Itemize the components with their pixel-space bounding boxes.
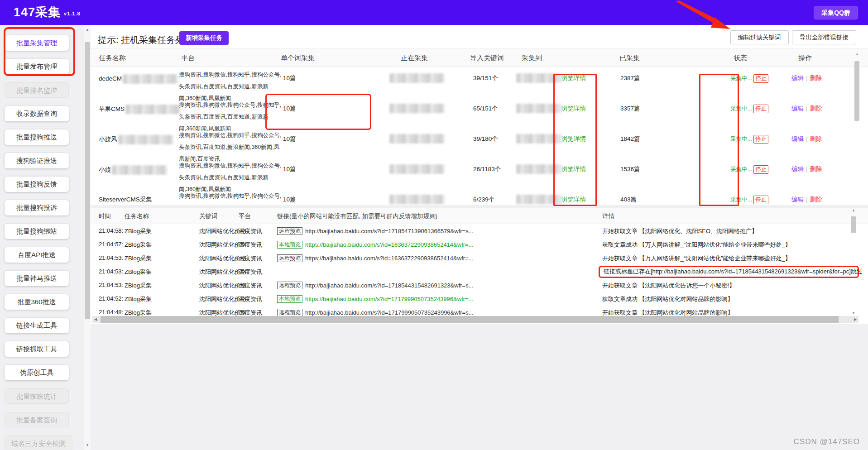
task-platforms: 搜狗资讯,搜狗微信,搜狗知乎,搜狗公众号,头条资讯,百度资讯,百度知道,新浪新闻… [179, 190, 285, 205]
log-url[interactable]: http://baijiahao.baidu.com/s?id=17185443… [305, 282, 474, 289]
task-name: 小旋风 [99, 135, 173, 144]
sidebar-item[interactable]: 批量神马推送 [5, 271, 69, 286]
view-details-link[interactable]: 浏览详情 [561, 74, 586, 82]
delete-link[interactable]: 删除 [810, 105, 822, 112]
actions-cell: 编辑|删除 [791, 165, 822, 173]
action-divider: | [806, 135, 808, 142]
col-platform: 平台 [181, 49, 195, 67]
edit-link[interactable]: 编辑 [791, 166, 804, 172]
stop-button[interactable]: 停止 [753, 196, 768, 204]
stop-button[interactable]: 停止 [753, 135, 768, 144]
log-horizontal-scrollbar[interactable]: ◀ ▶ [92, 316, 858, 323]
log-vscrollbar-thumb[interactable] [851, 216, 856, 233]
status-cell: 采集中...停止 [730, 74, 768, 83]
collected-count: 1842篇 [620, 135, 640, 143]
log-vertical-scrollbar[interactable]: ▲ ▼ [850, 208, 857, 321]
log-platform: 百度资讯 [239, 254, 262, 263]
scroll-down-icon[interactable]: ▼ [850, 311, 857, 315]
edit-link[interactable]: 编辑 [791, 105, 804, 112]
add-task-button[interactable]: 新增采集任务 [179, 31, 229, 45]
export-error-links-button[interactable]: 导出全部错误链接 [792, 30, 856, 44]
preview-badge[interactable]: 远程预览 [277, 254, 302, 262]
sidebar-item[interactable]: 百度API推送 [5, 247, 69, 263]
sidebar-item[interactable]: 批量采集管理 [5, 35, 69, 51]
actions-cell: 编辑|删除 [791, 196, 822, 204]
edit-link[interactable]: 编辑 [791, 196, 804, 203]
preview-badge[interactable]: 本地预览 [277, 241, 302, 249]
stop-button[interactable]: 停止 [753, 105, 768, 113]
status-collecting: 采集中... [730, 196, 752, 203]
view-details-link[interactable]: 浏览详情 [561, 165, 586, 173]
delete-link[interactable]: 删除 [810, 135, 822, 142]
view-details-link[interactable]: 浏览详情 [561, 196, 586, 204]
edit-link[interactable]: 编辑 [791, 135, 804, 142]
task-table-scrollbar[interactable]: ▲ [854, 52, 860, 201]
collecting-now-redacted [389, 73, 445, 83]
col-status: 状态 [734, 49, 747, 67]
col-keyword: 关键词 [199, 208, 218, 225]
stop-button[interactable]: 停止 [753, 74, 768, 83]
sidebar-item[interactable]: 批量搜狗投诉 [5, 200, 69, 215]
preview-badge[interactable]: 远程预览 [277, 309, 302, 316]
log-time: 21:04:53: [99, 268, 123, 275]
sidebar-item[interactable]: 批量搜狗绑站 [5, 224, 69, 239]
col-imported-keywords: 导入关键词 [470, 49, 504, 67]
log-platform: 百度资讯 [239, 295, 262, 303]
scroll-down-icon[interactable]: ▼ [84, 443, 91, 447]
sidebar-item[interactable]: 搜狗验证推送 [5, 153, 69, 168]
top-header-bar: 147采集v1.1.8 采集QQ群 [0, 0, 868, 25]
per-keyword-count: 10篇 [283, 74, 296, 82]
delete-link[interactable]: 删除 [810, 75, 822, 81]
qq-group-button[interactable]: 采集QQ群 [814, 6, 858, 19]
log-row: 21:04:53: ZBlog采集 沈阳网站优化价格 百度资讯 远程预览http… [91, 278, 868, 292]
preview-badge[interactable]: 本地预览 [277, 295, 302, 303]
view-details-link[interactable]: 浏览详情 [561, 105, 586, 113]
log-url[interactable]: http://baijiahao.baidu.com/s?id=17185471… [305, 228, 474, 235]
stop-button[interactable]: 停止 [753, 165, 768, 174]
redacted-blur [516, 134, 561, 144]
task-scrollbar-thumb[interactable] [854, 61, 859, 121]
status-cell: 采集中...停止 [730, 165, 768, 174]
log-url[interactable]: https://baijiahao.baidu.com/s?id=1636372… [305, 241, 474, 248]
log-link-cell: 远程预览http://baijiahao.baidu.com/s?id=1718… [277, 227, 596, 235]
scroll-up-icon[interactable]: ▲ [84, 28, 91, 32]
sidebar-item[interactable]: 链接生成工具 [5, 318, 69, 333]
actions-cell: 编辑|删除 [791, 105, 822, 113]
sidebar-item[interactable]: 批量360推送 [5, 294, 69, 310]
scroll-left-icon[interactable]: ◀ [92, 316, 99, 323]
sidebar-item[interactable]: 批量蜘蛛统计 [5, 388, 69, 404]
sidebar-scrollbar-thumb[interactable] [85, 42, 90, 319]
log-link-cell: 远程预览http://baijiahao.baidu.com/s?id=1718… [277, 282, 596, 289]
sidebar-item[interactable]: 批量备案查询 [5, 412, 69, 427]
log-time: 21:04:48: [99, 309, 123, 316]
col-collected-to: 采集到 [522, 49, 542, 67]
preview-badge[interactable]: 远程预览 [277, 282, 302, 289]
sidebar-item[interactable]: 批量发布管理 [5, 59, 69, 74]
edit-filter-keywords-button[interactable]: 编辑过滤关键词 [730, 30, 789, 44]
sidebar-item[interactable]: 批量搜狗推送 [5, 129, 69, 145]
scroll-up-icon[interactable]: ▲ [850, 208, 857, 212]
sidebar-item[interactable]: 批量搜狗反馈 [5, 177, 69, 192]
sidebar-item[interactable]: 域名三方安全检测 [5, 436, 72, 450]
log-hscrollbar-thumb[interactable] [101, 316, 839, 323]
log-url[interactable]: https://baijiahao.baidu.com/s?id=1717999… [305, 296, 474, 302]
redacted-blur [516, 104, 561, 113]
sidebar-item[interactable]: 收录数据查询 [5, 106, 69, 121]
preview-badge[interactable]: 远程预览 [277, 227, 302, 235]
delete-link[interactable]: 删除 [810, 196, 822, 203]
edit-link[interactable]: 编辑 [791, 75, 804, 81]
delete-link[interactable]: 删除 [810, 166, 822, 172]
view-details-link[interactable]: 浏览详情 [561, 135, 586, 143]
sidebar-item[interactable]: 链接抓取工具 [5, 341, 69, 357]
log-url[interactable]: https://baijiahao.baidu.com/s?id=1636372… [305, 255, 474, 262]
scroll-up-icon[interactable]: ▲ [854, 52, 860, 56]
sidebar-item[interactable]: 批量排名监控 [5, 82, 69, 98]
sidebar-scrollbar[interactable]: ▲ ▼ [84, 25, 91, 450]
col-link: 链接(量小的网站可能没有匹配, 如需要可群内反馈增加规则) [277, 208, 437, 225]
log-platform: 百度资讯 [239, 241, 262, 249]
col-time: 时间 [99, 208, 111, 225]
table-row: dedeCM 搜狗资讯,搜狗微信,搜狗知乎,搜狗公众号,头条资讯,百度资讯,百度… [91, 67, 868, 97]
log-row: 21:04:57: ZBlog采集 沈阳网站优化价格 百度资讯 本地预览http… [91, 238, 868, 251]
log-url[interactable]: http://baijiahao.baidu.com/s?id=17179990… [305, 309, 474, 316]
sidebar-item[interactable]: 伪原创工具 [5, 365, 69, 380]
